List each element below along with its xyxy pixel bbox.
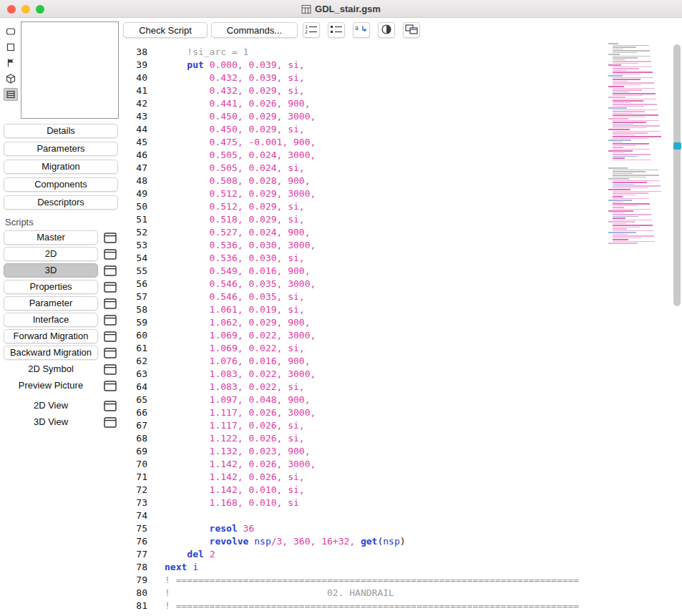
view-item-3d-view[interactable]: 3D View (4, 415, 98, 429)
code-line[interactable]: 70 1.142, 0.026, 3000, (122, 458, 626, 471)
window-icon[interactable] (104, 401, 117, 411)
code-line[interactable]: 71 1.142, 0.026, si, (122, 471, 626, 484)
code-line[interactable]: 66 1.117, 0.026, 3000, (122, 406, 626, 419)
zoom-icon[interactable] (36, 5, 44, 14)
code-line[interactable]: 57 0.546, 0.035, si, (122, 290, 626, 303)
script-item-properties[interactable]: Properties (4, 280, 98, 294)
vertical-scrollbar[interactable] (673, 43, 681, 601)
window-icon[interactable] (104, 331, 117, 342)
code-line[interactable]: 40 0.432, 0.039, si, (122, 72, 626, 84)
script-item-forward-migration[interactable]: Forward Migration (4, 329, 98, 343)
window-icon[interactable] (104, 417, 117, 428)
script-item-3d[interactable]: 3D (4, 263, 98, 278)
sidebar-button-migration[interactable]: Migration (4, 160, 118, 174)
code-line[interactable]: 74 (122, 509, 626, 522)
sidebar-button-descriptors[interactable]: Descriptors (4, 195, 118, 210)
code-line[interactable]: 39 put 0.000, 0.039, si, (122, 59, 626, 72)
window-icon[interactable] (104, 233, 117, 243)
sidebar-button-details[interactable]: Details (4, 124, 118, 138)
code-line[interactable]: 51 0.518, 0.029, si, (122, 213, 626, 226)
window-icon[interactable] (104, 315, 117, 326)
code-line[interactable]: 58 1.061, 0.019, si, (122, 303, 626, 316)
close-icon[interactable] (7, 5, 16, 14)
code-line[interactable]: 47 0.505, 0.024, si, (122, 162, 626, 175)
code-line[interactable]: 38 !si_arc = 1 (122, 46, 626, 59)
script-item-2d[interactable]: 2D (4, 247, 98, 261)
code-line[interactable]: 63 1.083, 0.022, 3000, (122, 368, 626, 381)
scrollbar-thumb[interactable] (673, 44, 681, 306)
minimap-line (613, 100, 643, 102)
code-line[interactable]: 44 0.450, 0.029, si, (122, 123, 626, 136)
code-line[interactable]: 46 0.505, 0.024, 3000, (122, 149, 626, 162)
view-item-2d-view[interactable]: 2D View (4, 399, 98, 413)
code-line[interactable]: 52 0.527, 0.024, 900, (122, 226, 626, 239)
script-item-2d-symbol[interactable]: 2D Symbol (4, 362, 98, 376)
code-line[interactable]: 80! 02. HANDRAIL (122, 587, 626, 600)
code-line[interactable]: 73 1.168, 0.010, si (122, 497, 626, 509)
minimize-icon[interactable] (21, 5, 30, 14)
code-line[interactable]: 41 0.432, 0.029, si, (122, 84, 626, 97)
code-line[interactable]: 67 1.117, 0.026, si, (122, 419, 626, 432)
code-line[interactable]: 81! ====================================… (122, 600, 626, 612)
film-strip-icon[interactable] (4, 88, 18, 101)
code-line[interactable]: 64 1.083, 0.022, si, (122, 381, 626, 393)
bulleted-list-button[interactable] (328, 22, 345, 38)
code-line[interactable]: 50 0.512, 0.029, si, (122, 200, 626, 213)
code-line[interactable]: 72 1.142, 0.010, si, (122, 484, 626, 497)
flag-icon[interactable] (4, 57, 18, 69)
window-icon[interactable] (104, 249, 117, 260)
code-line[interactable]: 56 0.546, 0.035, 3000, (122, 278, 626, 290)
sidebar-button-components[interactable]: Components (4, 177, 118, 192)
numbered-list-button[interactable]: 12 (303, 22, 320, 38)
code-line[interactable]: 65 1.097, 0.048, 900, (122, 393, 626, 406)
code-line[interactable]: 68 1.122, 0.026, si, (122, 432, 626, 445)
code-line[interactable]: 45 0.475, -0.001, 900, (122, 136, 626, 149)
script-item-backward-migration[interactable]: Backward Migration (4, 346, 98, 360)
window-icon[interactable] (104, 348, 117, 358)
code-line[interactable]: 79! ====================================… (122, 574, 626, 587)
code-line[interactable]: 61 1.069, 0.022, si, (122, 342, 626, 355)
line-number: 44 (122, 123, 147, 136)
sidebar-button-parameters[interactable]: Parameters (4, 142, 118, 156)
code-line[interactable]: 49 0.512, 0.029, 3000, (122, 187, 626, 200)
code-line[interactable]: 77 del 2 (122, 548, 626, 561)
commands-button[interactable]: Commands... (211, 22, 298, 38)
script-item-preview-picture[interactable]: Preview Picture (4, 378, 98, 393)
cube-3d-icon[interactable] (4, 72, 18, 85)
code-line[interactable]: 69 1.132, 0.023, 900, (122, 445, 626, 458)
code-line[interactable]: 54 0.536, 0.030, si, (122, 252, 626, 265)
code-line[interactable]: 53 0.536, 0.030, 3000, (122, 239, 626, 252)
sync-windows-button[interactable] (403, 22, 420, 38)
window-icon[interactable] (104, 364, 117, 375)
code-line[interactable]: 76 revolve nsp/3, 360, 16+32, get(nsp) (122, 535, 626, 548)
code-line[interactable]: 62 1.076, 0.016, 900, (122, 355, 626, 368)
minimap-line (613, 52, 637, 54)
code-line[interactable]: 55 0.549, 0.016, 900, (122, 265, 626, 278)
code-line[interactable]: 42 0.441, 0.026, 900, (122, 97, 626, 110)
window-icon[interactable] (104, 282, 117, 293)
code-line[interactable]: 59 1.062, 0.029, 900, (122, 316, 626, 329)
minimap[interactable] (607, 43, 670, 251)
code-line[interactable]: 75 resol 36 (122, 522, 626, 535)
script-item-parameter[interactable]: Parameter (4, 296, 98, 311)
window-icon[interactable] (104, 381, 117, 391)
check-script-button[interactable]: Check Script (123, 22, 208, 38)
line-number: 66 (122, 406, 147, 419)
square-outline-icon[interactable] (4, 41, 18, 54)
code-line[interactable]: 43 0.450, 0.029, 3000, (122, 110, 626, 123)
code-line[interactable]: 48 0.508, 0.028, 900, (122, 175, 626, 187)
code-token: nsp (254, 536, 271, 547)
code-line[interactable]: 78next i (122, 561, 626, 574)
window-icon[interactable] (104, 265, 117, 276)
minimap-line (613, 135, 635, 136)
script-item-interface[interactable]: Interface (4, 313, 98, 327)
script-item-master[interactable]: Master (4, 230, 98, 245)
code-text: 0.518, 0.029, si, (165, 213, 305, 226)
window-icon[interactable] (104, 298, 117, 309)
code-line[interactable]: 60 1.069, 0.022, 3000, (122, 329, 626, 342)
code-editor[interactable]: 38 !si_arc = 139 put 0.000, 0.039, si,40… (122, 46, 626, 612)
auto-indent-button[interactable]: a (353, 22, 370, 38)
contrast-button[interactable] (378, 22, 395, 38)
code-token: next (165, 562, 193, 572)
rounded-panel-icon[interactable] (4, 25, 18, 38)
